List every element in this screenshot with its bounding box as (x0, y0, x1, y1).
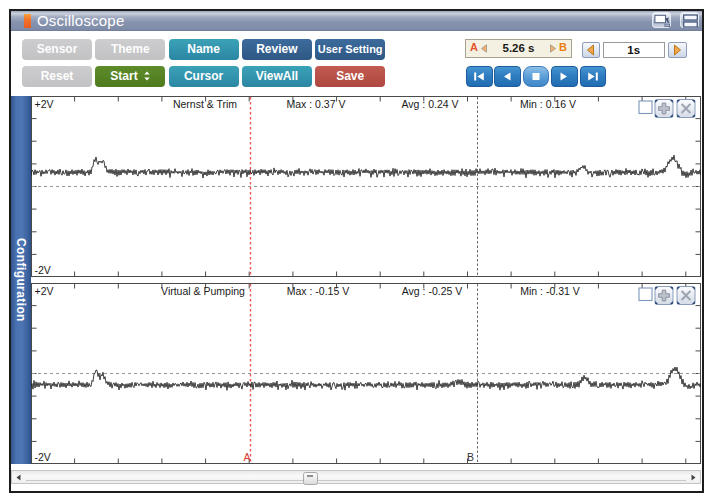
svg-text:-2V: -2V (35, 451, 51, 463)
svg-text:Virtual & Pumping: Virtual & Pumping (161, 285, 245, 297)
svg-text:+2V: +2V (35, 285, 54, 297)
svg-text:Min : 0.16 V: Min : 0.16 V (520, 98, 576, 110)
svg-text:-2V: -2V (35, 264, 51, 276)
svg-text:Avg : 0.24 V: Avg : 0.24 V (401, 98, 458, 110)
svg-text:A: A (243, 451, 250, 463)
svg-text:Nernst & Trim: Nernst & Trim (173, 98, 237, 110)
svg-text:Max : 0.37 V: Max : 0.37 V (287, 98, 346, 110)
svg-text:B: B (467, 451, 474, 463)
svg-text:Min : -0.31 V: Min : -0.31 V (520, 285, 580, 297)
svg-text:+2V: +2V (35, 98, 54, 110)
svg-text:Avg : -0.25 V: Avg : -0.25 V (402, 285, 463, 297)
svg-text:Max : -0.15 V: Max : -0.15 V (287, 285, 349, 297)
